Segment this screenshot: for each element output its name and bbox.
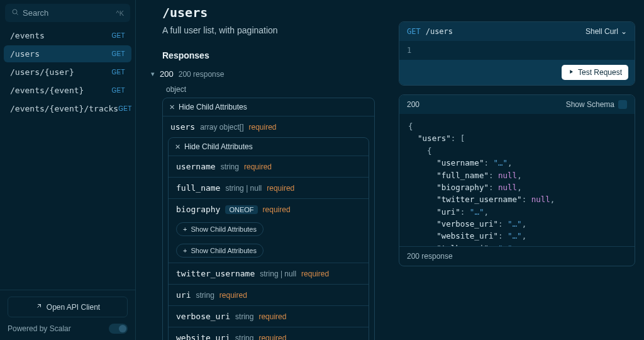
show-children-button[interactable]: +Show Child Attributes: [176, 244, 264, 258]
plus-icon: +: [183, 225, 187, 233]
show-children-button[interactable]: +Show Child Attributes: [176, 222, 264, 236]
response-code: 200: [407, 100, 419, 109]
response-row[interactable]: ▾ 200 200 response: [151, 69, 375, 79]
search-shortcut: ^K: [116, 9, 125, 17]
endpoint-doc: /users A full user list, with pagination…: [136, 0, 387, 340]
nav-item[interactable]: /events/{event}GET: [4, 82, 131, 99]
nav-item[interactable]: /events/{event}/tracksGET: [4, 100, 131, 117]
field-users: users array object[] required: [163, 116, 374, 137]
nav-path: /events/{event}/tracks: [10, 104, 118, 113]
checkbox-icon: [618, 100, 627, 109]
endpoint-title: /users: [162, 5, 375, 20]
powered-by-label: Powered by Scalar: [8, 324, 71, 333]
chevron-down-icon: ⌄: [621, 27, 627, 36]
response-json[interactable]: { "users": [ { "username": "…", "full_na…: [399, 114, 635, 246]
nav-item[interactable]: /usersGET: [4, 45, 131, 62]
schema-field: full_name string | null required: [169, 177, 369, 198]
schema-field: website_uri string required: [169, 327, 369, 340]
nav-method: GET: [112, 69, 125, 76]
test-request-button[interactable]: Test Request: [562, 65, 628, 80]
nav-method: GET: [112, 87, 125, 94]
response-desc: 200 response: [179, 70, 225, 79]
nav-item[interactable]: /users/{user}GET: [4, 64, 131, 81]
play-icon: [568, 68, 574, 77]
hide-children-button[interactable]: ✕ Hide Child Attributes: [163, 98, 374, 116]
request-panel: GET /users Shell Curl ⌄ 1 Test Request: [399, 21, 635, 86]
chevron-down-icon: ▾: [151, 70, 155, 78]
schema-field: verbose_uri string required: [169, 305, 369, 327]
sidebar-footer: Open API Client Powered by Scalar: [0, 290, 135, 340]
schema-field: username string required: [169, 156, 369, 177]
svg-point-0: [13, 9, 17, 14]
show-schema-toggle[interactable]: Show Schema: [566, 100, 627, 109]
request-path: /users: [426, 27, 453, 36]
plus-icon: +: [183, 247, 187, 254]
schema-root: ✕ Hide Child Attributes users array obje…: [162, 98, 375, 340]
search-icon: [11, 8, 19, 18]
response-panel: 200 Show Schema { "users": [ { "username…: [399, 94, 635, 266]
response-code: 200: [160, 69, 174, 79]
response-footer: 200 response: [399, 246, 635, 266]
search-input[interactable]: Search ^K: [5, 4, 130, 22]
nav-list: /eventsGET/usersGET/users/{user}GET/even…: [0, 27, 135, 290]
open-api-client-label: Open API Client: [47, 303, 100, 312]
endpoint-description: A full user list, with pagination: [162, 25, 375, 35]
nav-item[interactable]: /eventsGET: [4, 27, 131, 44]
schema-field: biography ONEOF required: [169, 198, 369, 220]
main: /users A full user list, with pagination…: [136, 0, 644, 340]
schema-field: twitter_username string | null required: [169, 263, 369, 284]
request-code[interactable]: 1: [399, 41, 635, 60]
nav-path: /events/{event}: [10, 86, 84, 95]
object-type-label: object: [166, 85, 375, 94]
nav-path: /users: [10, 49, 40, 59]
nav-path: /events: [10, 31, 45, 40]
svg-line-1: [16, 13, 18, 14]
schema-users-children: ✕ Hide Child Attributes username string …: [168, 137, 369, 340]
external-link-icon: [35, 302, 43, 312]
sidebar: Search ^K /eventsGET/usersGET/users/{use…: [0, 0, 136, 340]
nav-method: GET: [112, 50, 125, 57]
nav-method: GET: [118, 105, 131, 112]
close-icon: ✕: [169, 103, 175, 111]
client-select[interactable]: Shell Curl ⌄: [586, 27, 627, 36]
nav-path: /users/{user}: [10, 67, 74, 77]
nav-method: GET: [112, 32, 125, 39]
open-api-client-button[interactable]: Open API Client: [8, 297, 128, 317]
right-column: GET /users Shell Curl ⌄ 1 Test Request: [387, 0, 644, 340]
hide-children-button[interactable]: ✕ Hide Child Attributes: [169, 138, 369, 156]
responses-heading: Responses: [162, 50, 375, 60]
search-placeholder: Search: [23, 8, 48, 18]
schema-field: uri string required: [169, 284, 369, 305]
oneof-badge: ONEOF: [225, 205, 257, 214]
theme-toggle[interactable]: [109, 324, 128, 334]
close-icon: ✕: [175, 143, 180, 151]
request-method: GET: [407, 27, 421, 36]
